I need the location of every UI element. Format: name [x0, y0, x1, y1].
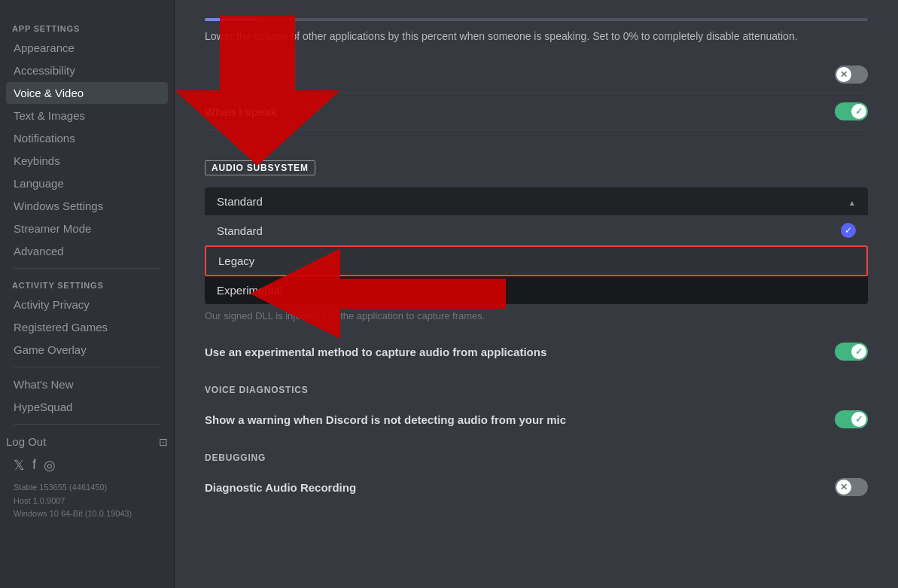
- sidebar-item-appearance[interactable]: Appearance: [6, 37, 168, 59]
- dropdown-option-standard[interactable]: Standard ✓: [205, 215, 868, 245]
- dropdown-option-experimental[interactable]: Experimental: [205, 276, 868, 304]
- facebook-icon[interactable]: f: [32, 457, 36, 474]
- toggle-diagnostic-audio-knob: [836, 480, 851, 495]
- audio-subsystem-label: AUDIO SUBSYSTEM: [205, 160, 315, 175]
- sidebar-item-windows-settings[interactable]: Windows Settings: [6, 195, 168, 217]
- main-content: Lower the volume of other applications b…: [175, 0, 898, 588]
- diagnostic-audio-row: Diagnostic Audio Recording: [205, 469, 868, 505]
- voice-diagnostics-label: VOICE DIAGNOSTICS: [205, 385, 868, 395]
- option-standard-label: Standard: [217, 224, 263, 237]
- toggle-2-knob: [851, 104, 866, 119]
- divider-3: [14, 424, 160, 425]
- app-settings-label: APP SETTINGS: [6, 18, 168, 36]
- sidebar-item-label: What's New: [14, 378, 74, 391]
- when-i-speak-label: When I speak: [205, 105, 277, 118]
- sidebar-item-label: Voice & Video: [14, 87, 84, 99]
- dropdown-menu: Standard ✓ Legacy Experimental: [205, 215, 868, 304]
- sidebar-item-label: Activity Privacy: [14, 298, 90, 311]
- social-icons: 𝕏 f ◎: [6, 452, 168, 478]
- attenuation-slider-container: Lower the volume of other applications b…: [205, 18, 868, 44]
- sidebar: APP SETTINGS Appearance Accessibility Vo…: [0, 0, 175, 588]
- sidebar-item-label: Registered Games: [14, 321, 108, 334]
- sidebar-item-label: Keybinds: [14, 154, 60, 167]
- sidebar-item-advanced[interactable]: Advanced: [6, 240, 168, 262]
- voice-diagnostics-section: VOICE DIAGNOSTICS Show a warning when Di…: [205, 385, 868, 437]
- dropdown-description: Our signed DLL is injected into the appl…: [205, 310, 868, 321]
- version-host: Host 1.0.9007: [14, 495, 160, 508]
- audio-subsystem-section: AUDIO SUBSYSTEM Standard Standard ✓ Lega…: [205, 145, 868, 370]
- toggle-voice-warning-knob: [851, 412, 866, 427]
- sidebar-item-label: Windows Settings: [14, 200, 103, 212]
- attenuation-slider-bar[interactable]: [205, 18, 868, 21]
- sidebar-item-game-overlay[interactable]: Game Overlay: [6, 339, 168, 361]
- sidebar-item-hypesquad[interactable]: HypeSquad: [6, 396, 168, 418]
- chevron-up-icon: [848, 195, 856, 208]
- sidebar-item-keybinds[interactable]: Keybinds: [6, 150, 168, 172]
- sidebar-item-registered-games[interactable]: Registered Games: [6, 316, 168, 338]
- sidebar-item-label: Text & Images: [14, 109, 85, 122]
- logout-button[interactable]: Log Out ⊡: [6, 431, 168, 452]
- experimental-method-row: Use an experimental method to capture au…: [205, 334, 868, 370]
- sidebar-item-label: Streamer Mode: [14, 222, 91, 235]
- option-experimental-label: Experimental: [217, 284, 283, 297]
- attenuation-description: Lower the volume of other applications b…: [205, 29, 868, 44]
- check-icon: ✓: [841, 223, 856, 238]
- sidebar-item-label: Accessibility: [14, 64, 75, 77]
- audio-subsystem-dropdown: Standard Standard ✓ Legacy Experimental: [205, 187, 868, 304]
- sidebar-item-label: Notifications: [14, 132, 75, 145]
- sidebar-item-label: Appearance: [14, 41, 75, 54]
- sidebar-item-label: Language: [14, 177, 64, 190]
- dropdown-option-legacy[interactable]: Legacy: [205, 245, 868, 276]
- voice-warning-row: Show a warning when Discord is not detec…: [205, 401, 868, 437]
- version-info: Stable 153655 (4461450) Host 1.0.9007 Wi…: [6, 478, 168, 524]
- version-stable: Stable 153655 (4461450): [14, 481, 160, 495]
- diagnostic-audio-label: Diagnostic Audio Recording: [205, 481, 356, 494]
- toggle-1[interactable]: [835, 66, 868, 84]
- debugging-section: DEBUGGING Diagnostic Audio Recording: [205, 452, 868, 505]
- toggle-experimental-method[interactable]: [835, 343, 868, 361]
- experimental-method-label: Use an experimental method to capture au…: [205, 346, 546, 358]
- toggle-row-1: [205, 56, 868, 93]
- sidebar-item-language[interactable]: Language: [6, 172, 168, 194]
- toggle-diagnostic-audio[interactable]: [835, 478, 868, 496]
- divider-2: [14, 367, 160, 367]
- option-legacy-label: Legacy: [218, 254, 254, 267]
- sidebar-item-accessibility[interactable]: Accessibility: [6, 59, 168, 81]
- logout-icon: ⊡: [159, 436, 168, 448]
- debugging-label: DEBUGGING: [205, 452, 868, 463]
- sidebar-item-activity-privacy[interactable]: Activity Privacy: [6, 294, 168, 315]
- toggle-row-when-i-speak: When I speak: [205, 93, 868, 130]
- slider-fill: [205, 18, 257, 21]
- twitter-icon[interactable]: 𝕏: [14, 457, 25, 474]
- sidebar-item-notifications[interactable]: Notifications: [6, 127, 168, 149]
- divider-1: [14, 268, 160, 269]
- sidebar-item-text-images[interactable]: Text & Images: [6, 105, 168, 126]
- dropdown-header[interactable]: Standard: [205, 187, 868, 215]
- toggle-voice-warning[interactable]: [835, 410, 868, 428]
- sidebar-item-streamer-mode[interactable]: Streamer Mode: [6, 218, 168, 239]
- sidebar-item-label: Game Overlay: [14, 343, 87, 356]
- sidebar-item-label: HypeSquad: [14, 401, 72, 413]
- instagram-icon[interactable]: ◎: [44, 457, 56, 474]
- toggle-when-i-speak[interactable]: [835, 102, 868, 120]
- voice-warning-label: Show a warning when Discord is not detec…: [205, 413, 566, 426]
- sidebar-item-whats-new[interactable]: What's New: [6, 373, 168, 395]
- sidebar-item-label: Advanced: [14, 245, 64, 257]
- toggle-experimental-knob: [851, 344, 866, 359]
- logout-label: Log Out: [6, 435, 46, 448]
- toggle-1-knob: [836, 67, 851, 82]
- activity-settings-label: ACTIVITY SETTINGS: [6, 275, 168, 293]
- version-os: Windows 10 64-Bit (10.0.19043): [14, 507, 160, 521]
- dropdown-selected-value: Standard: [217, 195, 263, 208]
- sidebar-item-voice-video[interactable]: Voice & Video: [6, 82, 168, 104]
